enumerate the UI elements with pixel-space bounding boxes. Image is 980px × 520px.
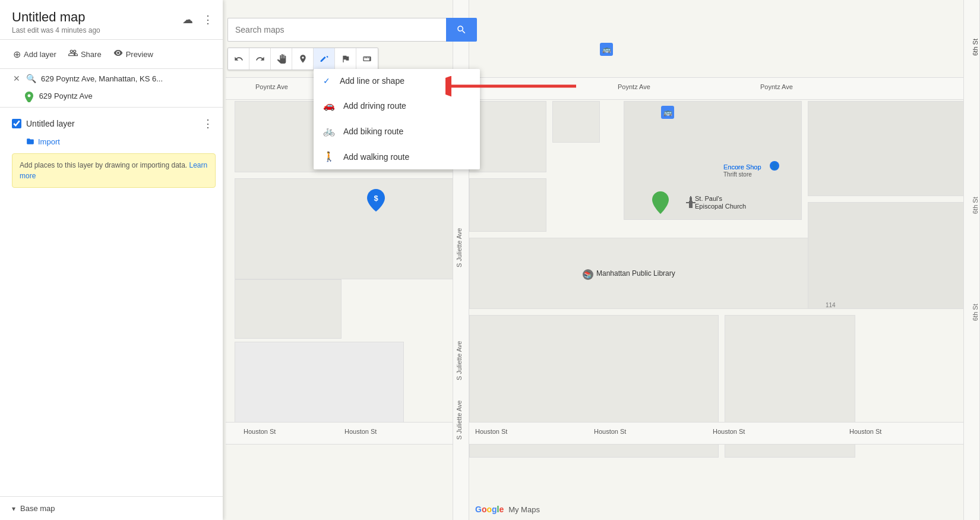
layer-title-row: Untitled layer (12, 119, 75, 128)
map-title-area: Untitled map Last edit was 4 minutes ago (12, 10, 180, 34)
road-label-houston3: Houston St (475, 428, 507, 435)
sidebar: Untitled map Last edit was 4 minutes ago… (0, 0, 223, 520)
google-logo: Google My Maps (475, 505, 540, 514)
search-result-icon (25, 92, 39, 100)
checkmark-icon: ✓ (323, 76, 331, 86)
road-label-houston6: Houston St (849, 428, 881, 435)
search-row: ✕ 🔍 629 Poyntz Ave, Manhattan, KS 6... (0, 69, 223, 88)
menu-item-driving-label: Add driving route (343, 101, 406, 111)
road-label-houston5: Houston St (713, 428, 745, 435)
undo-button[interactable] (228, 48, 249, 70)
walking-icon: 🚶 (323, 151, 335, 162)
top-search-button[interactable] (446, 18, 477, 42)
road-label-houston1: Houston St (244, 428, 276, 435)
menu-item-add-walking-route[interactable]: 🚶 Add walking route (314, 144, 480, 169)
search-result-text: 629 Poyntz Ave (39, 92, 93, 100)
encore-sublabel: Thrift store (723, 171, 752, 178)
preview-icon (113, 48, 123, 60)
import-button[interactable]: Import (12, 136, 60, 150)
road-label-juliette3: S Juliette Ave (456, 392, 463, 440)
cloud-save-button[interactable]: ☁ (180, 12, 195, 27)
redo-button[interactable] (249, 48, 271, 70)
share-label: Share (81, 50, 102, 59)
road-label-poyntz3: Poyntz Ave (760, 83, 793, 90)
menu-item-walking-label: Add walking route (343, 152, 409, 162)
svg-rect-6 (690, 196, 691, 201)
road-label-poyntz1: Poyntz Ave (255, 83, 288, 90)
num-label-114: 114 (826, 302, 836, 308)
svg-rect-4 (686, 202, 696, 203)
preview-label: Preview (126, 50, 153, 59)
green-pin (652, 191, 669, 216)
library-label: Manhattan Public Library (596, 269, 675, 278)
road-label-houston2: Houston St (344, 428, 377, 435)
road-label-houston4: Houston St (594, 428, 626, 435)
road-label-6th1: 6th St (972, 166, 979, 214)
my-maps-label: My Maps (508, 505, 540, 514)
church-icon (686, 196, 696, 210)
add-layer-button[interactable]: ⊕ Add layer (7, 45, 62, 64)
episcopal-label: Episcopal Church (695, 203, 746, 210)
search-close-button[interactable]: ✕ (12, 73, 21, 84)
menu-item-line-shape-label: Add line or shape (340, 76, 404, 86)
sidebar-actions: ⊕ Add layer Share Preview (0, 40, 223, 69)
search-query-text: 629 Poyntz Ave, Manhattan, KS 6... (41, 74, 216, 83)
search-icon-inline: 🔍 (26, 74, 36, 83)
more-options-button[interactable]: ⋮ (200, 12, 216, 27)
dollar-pin: $ (367, 189, 385, 214)
top-search-input[interactable] (227, 18, 446, 42)
road-label-6th2: 6th St (972, 273, 979, 321)
import-label: Import (38, 137, 60, 146)
menu-item-biking-label: Add biking route (343, 127, 403, 136)
encore-shop-text: Encore Shop (723, 163, 761, 171)
svg-rect-3 (689, 201, 693, 208)
preview-button[interactable]: Preview (108, 45, 159, 64)
layer-hint: Add places to this layer by drawing or i… (12, 153, 216, 188)
layer-header: Untitled layer ⋮ (12, 115, 216, 133)
layer-menu-button[interactable]: ⋮ (200, 115, 216, 133)
hint-text: Add places to this layer by drawing or i… (20, 161, 187, 169)
bus-icon-1: 🚌 (600, 43, 613, 56)
library-icon: 📚 (582, 269, 594, 284)
add-layer-label: Add layer (24, 50, 56, 59)
layer-name: Untitled layer (26, 119, 75, 128)
menu-item-add-biking-route[interactable]: 🚲 Add biking route (314, 118, 480, 144)
right-edge-label-top: 6th St (972, 39, 979, 56)
layer-checkbox[interactable] (12, 119, 21, 128)
encore-pin: 👤 (769, 160, 780, 174)
road-label-poyntz2: Poyntz Ave (618, 83, 650, 90)
layer-section: Untitled layer ⋮ Import Add places to th… (0, 108, 223, 193)
share-button[interactable]: Share (62, 45, 108, 64)
bike-icon: 🚲 (323, 125, 335, 137)
basemap-section[interactable]: ▾ Base map (0, 496, 223, 520)
svg-text:$: $ (374, 194, 378, 203)
add-directions-button[interactable] (335, 48, 356, 70)
top-search-bar (227, 18, 477, 42)
add-marker-button[interactable] (292, 48, 314, 70)
basemap-chevron-icon: ▾ (12, 505, 15, 513)
search-result-row: 629 Poyntz Ave (0, 88, 223, 107)
measure-button[interactable] (356, 48, 378, 70)
sidebar-header-icons: ☁ ⋮ (180, 12, 216, 27)
toolbar (227, 48, 378, 70)
map-subtitle: Last edit was 4 minutes ago (12, 26, 180, 34)
road-label-juliette1: S Juliette Ave (456, 178, 463, 267)
basemap-label: Base map (20, 504, 55, 513)
draw-line-button[interactable] (314, 48, 335, 70)
svg-text:📚: 📚 (584, 270, 592, 279)
st-pauls-label: St. Paul's (695, 195, 722, 202)
share-icon (68, 48, 78, 60)
car-icon: 🚗 (323, 100, 335, 111)
road-label-juliette2: S Juliette Ave (456, 291, 463, 380)
pan-button[interactable] (271, 48, 292, 70)
search-area: ✕ 🔍 629 Poyntz Ave, Manhattan, KS 6... 6… (0, 69, 223, 108)
add-layer-icon: ⊕ (13, 49, 21, 60)
bus-icon-2: 🚌 (661, 106, 674, 119)
red-arrow-indicator (445, 71, 582, 103)
svg-text:👤: 👤 (771, 162, 779, 170)
sidebar-header: Untitled map Last edit was 4 minutes ago… (0, 0, 223, 40)
map-title: Untitled map (12, 10, 180, 25)
